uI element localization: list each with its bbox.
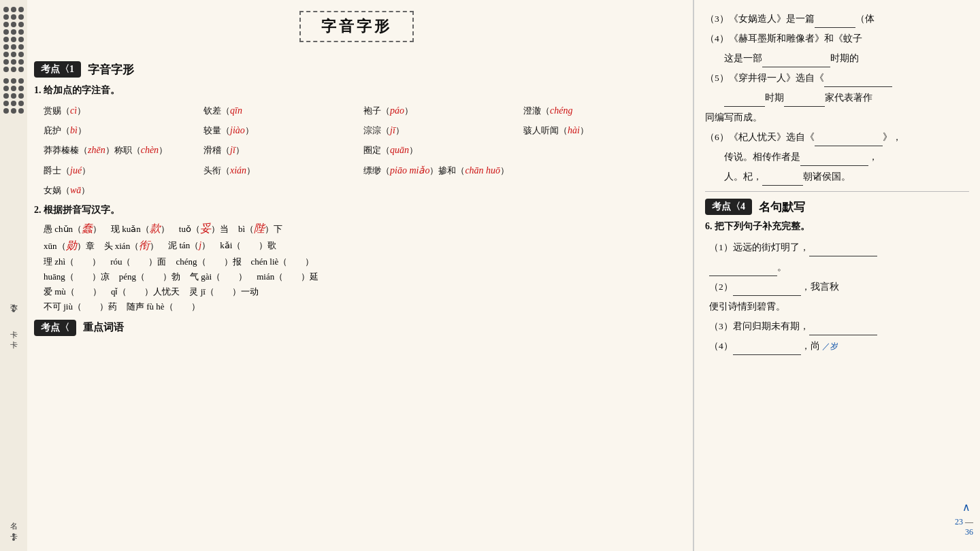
section1-header: 考点〈1 字音字形 — [34, 61, 679, 78]
answer-bi: bì — [70, 125, 78, 135]
q2-c1: 愚 chǔn（蠢） — [44, 222, 101, 236]
q2-c15: 气 gài（ ） — [190, 271, 247, 283]
page-fraction: ／岁 — [822, 341, 838, 351]
right-line-3: 这是一部时期的 — [705, 49, 969, 67]
answer-jue: jué — [70, 165, 82, 176]
q2-c20: 不可 jiù（ ）药 — [44, 301, 117, 313]
q6-item-4: （4），尚 ／岁 — [709, 337, 969, 355]
q1-label: 1. 给加点的字注音。 — [34, 84, 679, 97]
q2-c9: 理 zhì（ ） — [44, 256, 101, 268]
answer-ji2: jī — [230, 145, 235, 155]
blank-q6-1 — [809, 246, 877, 256]
ans-kuan: 款 — [150, 222, 161, 234]
page-current: 23 — [955, 517, 963, 527]
section4-badge: 考点〈4 — [705, 199, 752, 215]
answer-jiao: jiào — [230, 125, 245, 135]
answer-wa: wā — [70, 185, 81, 195]
blank-5 — [784, 96, 825, 107]
blank-2 — [762, 56, 830, 67]
answer-pao: páo — [390, 105, 404, 116]
answer-hai: hài — [568, 125, 580, 135]
blank-3 — [824, 76, 892, 87]
right-line-1: （3）《女娲造人》是一篇（体 — [705, 10, 969, 28]
q6-item-2: （2），我言秋 — [709, 278, 969, 296]
q1-cell-7: 淙淙（jī） — [363, 122, 519, 139]
q1-cell-3: 袍子（páo） — [363, 102, 519, 119]
page-total: 36 — [965, 527, 973, 537]
q1-cell-4: 澄澈（chéng — [523, 102, 679, 119]
right-line-6: 同编写而成。 — [705, 108, 969, 127]
vert-dots-2 — [12, 530, 15, 544]
right-line-2: （4）《赫耳墨斯和雕像者》和《蚊子 — [705, 29, 969, 48]
answer-zhen: zhēn — [88, 145, 105, 155]
page-title: 字音字形 — [321, 16, 392, 37]
answer-ji: jī — [390, 125, 395, 135]
ans-xian: 衔 — [139, 239, 150, 251]
q6-item-3: （3）君问归期未有期， — [709, 317, 969, 335]
q2-c11: chéng（ ）报 — [176, 256, 241, 268]
section4-title: 名句默写 — [759, 199, 805, 215]
blank-q6-2 — [733, 285, 801, 296]
q2-c19: 灵 jī（ ）一动 — [189, 286, 258, 298]
ans-chun: 蠢 — [82, 222, 93, 234]
q2-c2: 现 kuǎn（款） — [111, 222, 169, 236]
q1-cell-10: 滑稽（jī） — [203, 141, 359, 158]
section4-header: 考点〈4 名句默写 — [705, 199, 969, 215]
ans-tan: j — [199, 240, 201, 250]
left-decoration: 弥 卡 卡 名 卡 — [0, 0, 27, 551]
main-content-left: 字音字形 考点〈1 字音字形 1. 给加点的字注音。 赏赐（cì） 钦差（qīn… — [27, 0, 694, 551]
q2-c8: kǎi（ ）歌 — [220, 239, 276, 252]
main-content-right: （3）《女娲造人》是一篇（体 （4）《赫耳墨斯和雕像者》和《蚊子 这是一部时期的… — [694, 0, 980, 551]
page-numbers: 23 — 36 — [955, 517, 973, 537]
q6-label: 6. 把下列句子补充完整。 — [705, 220, 969, 233]
right-line-4: （5）《穿井得一人》选自《 — [705, 69, 969, 87]
answer-piaomiao: piāo miǎo — [390, 165, 429, 176]
q2-c14: péng（ ）勃 — [119, 271, 180, 283]
q2-c6: 头 xián（衔） — [104, 239, 159, 253]
section1-title: 字音字形 — [88, 62, 134, 78]
scroll-up-arrow[interactable]: ∧ — [962, 501, 970, 514]
blank-q6-4 — [733, 344, 801, 355]
q1-cell-13: 头衔（xián） — [203, 162, 359, 179]
q2-c17: 爱 mù（ ） — [44, 286, 101, 298]
q2-c16: mián（ ）延 — [257, 271, 318, 283]
q6-item-1b: 。 — [709, 258, 969, 276]
answer-chanhuo: chān huō — [465, 165, 500, 176]
side-label-2: 卡 — [9, 324, 19, 326]
blank-q6-3 — [809, 324, 877, 335]
answer-cheng: chéng — [550, 105, 572, 116]
blank-1 — [815, 17, 855, 28]
section1-badge: 考点〈1 — [34, 61, 81, 78]
dot-grid-2 — [3, 78, 24, 114]
blank-4 — [724, 96, 765, 107]
page-title-box: 字音字形 — [299, 11, 414, 42]
q2-c5: xūn（勋）章 — [44, 239, 95, 253]
q2-label: 2. 根据拼音写汉字。 — [34, 204, 679, 216]
dot-grid-1 — [3, 7, 24, 72]
q2-c3: tuǒ（妥）当 — [179, 222, 229, 236]
q1-cell-5: 庇护（bì） — [44, 122, 199, 139]
right-line-9: 人。杞，朝诸侯国。 — [705, 167, 969, 186]
q2-c4: bì（陛）下 — [238, 222, 282, 236]
q2-c10: róu（ ）面 — [110, 256, 166, 268]
q1-cell-15: 女娲（wā） — [44, 182, 679, 199]
q2-c18: qǐ（ ）人忧天 — [111, 286, 180, 298]
side-label-4: 名 — [9, 516, 19, 518]
blank-6 — [815, 135, 883, 146]
ans-bi: 陛 — [254, 222, 265, 234]
q2-c12: chén liè（ ） — [251, 256, 314, 268]
q1-cell-11: 圈定（quān） — [363, 141, 519, 158]
q2-c7: 泥 tán（j） — [168, 239, 210, 252]
q6-item-1: （1）远远的街灯明了， — [709, 238, 969, 256]
q1-cell-14: 缥缈（piāo miǎo）掺和（chān huō） — [363, 162, 679, 179]
right-line-7: （6）《杞人忧天》选自《》， — [705, 128, 969, 146]
answer-xian: xián — [230, 165, 246, 176]
answer-ci: cì — [70, 105, 77, 116]
right-line-8: 传说。相传作者是， — [705, 148, 969, 166]
side-label-5: 卡 — [9, 527, 19, 528]
side-label-3: 卡 — [9, 335, 19, 336]
q1-cell-9: 莽莽榛榛（zhēn）称职（chèn） — [44, 141, 199, 158]
q2-c13: huāng（ ）凉 — [44, 271, 110, 283]
q1-cell-1: 赏赐（cì） — [44, 102, 199, 119]
bottom-section-badge: 考点〈 — [34, 320, 76, 336]
